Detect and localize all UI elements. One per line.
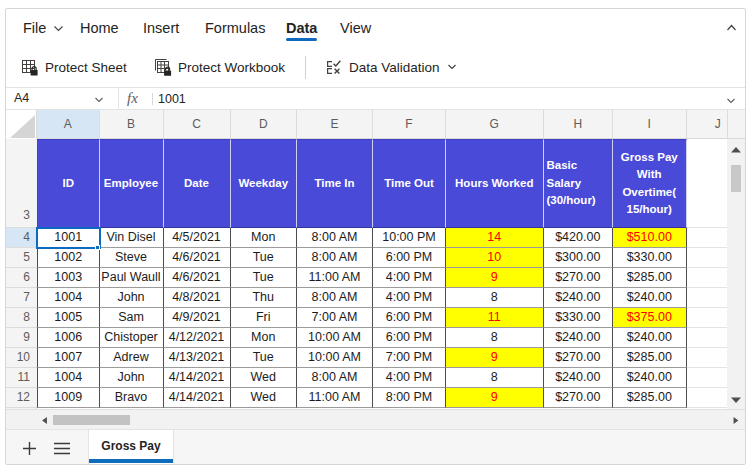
row-header-3[interactable]: 3 xyxy=(6,139,37,228)
column-header-H[interactable]: H xyxy=(544,110,614,138)
cell-H12[interactable]: $270.00 xyxy=(544,388,614,408)
row-header-6[interactable]: 6 xyxy=(6,268,37,288)
column-header-A[interactable]: A xyxy=(37,110,100,138)
column-header-D[interactable]: D xyxy=(231,110,298,138)
cell-I5[interactable]: $330.00 xyxy=(613,248,687,268)
menu-view[interactable]: View xyxy=(340,9,371,47)
horizontal-scroll-thumb[interactable] xyxy=(53,415,130,425)
row-header-9[interactable]: 9 xyxy=(6,328,37,348)
menu-file[interactable]: File xyxy=(23,9,64,47)
row-header-10[interactable]: 10 xyxy=(6,348,37,368)
cell-J8[interactable] xyxy=(687,308,727,328)
cell-C6[interactable]: 4/6/2021 xyxy=(164,268,231,288)
formula-input[interactable]: 1001 xyxy=(158,92,186,106)
column-header-G[interactable]: G xyxy=(446,110,544,138)
row-header-11[interactable]: 11 xyxy=(6,368,37,388)
fill-handle[interactable] xyxy=(95,245,100,250)
cell-J12[interactable] xyxy=(687,388,727,408)
column-header-C[interactable]: C xyxy=(164,110,231,138)
cell-F9[interactable]: 6:00 PM xyxy=(373,328,446,348)
cell-A12[interactable]: 1009 xyxy=(37,388,100,408)
column-header-B[interactable]: B xyxy=(100,110,164,138)
cell-J7[interactable] xyxy=(687,288,727,308)
fx-icon[interactable]: fx xyxy=(127,90,138,107)
cell-G7[interactable]: 8 xyxy=(446,288,544,308)
cell-J9[interactable] xyxy=(687,328,727,348)
cell-D6[interactable]: Tue xyxy=(231,268,298,288)
cell-A4[interactable]: 1001 xyxy=(37,228,100,248)
data-validation-button[interactable]: Data Validation xyxy=(325,53,457,81)
cell-F6[interactable]: 4:00 PM xyxy=(373,268,446,288)
cell-D5[interactable]: Tue xyxy=(231,248,298,268)
protect-sheet-button[interactable]: Protect Sheet xyxy=(22,53,127,81)
cell-G11[interactable]: 8 xyxy=(446,368,544,388)
expand-formula-bar-icon[interactable] xyxy=(726,96,736,106)
cell-E5[interactable]: 8:00 AM xyxy=(297,248,373,268)
cell-C5[interactable]: 4/6/2021 xyxy=(164,248,231,268)
cell-E7[interactable]: 8:00 AM xyxy=(297,288,373,308)
cell-H6[interactable]: $270.00 xyxy=(544,268,614,288)
name-box-chevron-icon[interactable] xyxy=(94,95,104,105)
cell-I11[interactable]: $240.00 xyxy=(613,368,687,388)
cell-B7[interactable]: John xyxy=(100,288,164,308)
cell-E6[interactable]: 11:00 AM xyxy=(297,268,373,288)
cell-J3[interactable] xyxy=(687,139,727,228)
cell-A5[interactable]: 1002 xyxy=(37,248,100,268)
table-header-basic-salary-30-hour-[interactable]: Basic Salary (30/hour) xyxy=(544,139,614,228)
cell-F10[interactable]: 7:00 PM xyxy=(373,348,446,368)
cell-J10[interactable] xyxy=(687,348,727,368)
table-header-time-out[interactable]: Time Out xyxy=(373,139,446,228)
menu-formulas[interactable]: Formulas xyxy=(205,9,265,47)
cell-B6[interactable]: Paul Waull xyxy=(100,268,164,288)
cell-D12[interactable]: Wed xyxy=(231,388,298,408)
column-header-J[interactable]: J xyxy=(687,110,727,138)
row-header-8[interactable]: 8 xyxy=(6,308,37,328)
vertical-scroll-thumb[interactable] xyxy=(731,165,741,192)
protect-workbook-button[interactable]: Protect Workbook xyxy=(155,53,285,81)
cell-F8[interactable]: 6:00 PM xyxy=(373,308,446,328)
cell-E9[interactable]: 10:00 AM xyxy=(297,328,373,348)
cell-A7[interactable]: 1004 xyxy=(37,288,100,308)
cell-F11[interactable]: 4:00 PM xyxy=(373,368,446,388)
cell-G4[interactable]: 14 xyxy=(446,228,544,248)
cell-F4[interactable]: 10:00 PM xyxy=(373,228,446,248)
menu-data[interactable]: Data xyxy=(286,9,317,47)
cell-A9[interactable]: 1006 xyxy=(37,328,100,348)
scroll-left-icon[interactable] xyxy=(42,417,48,424)
table-header-date[interactable]: Date xyxy=(164,139,231,228)
table-header-hours-worked[interactable]: Hours Worked xyxy=(446,139,544,228)
cell-J11[interactable] xyxy=(687,368,727,388)
row-header-5[interactable]: 5 xyxy=(6,248,37,268)
collapse-ribbon-icon[interactable] xyxy=(726,23,737,33)
scroll-right-icon[interactable] xyxy=(733,417,739,424)
menu-home[interactable]: Home xyxy=(80,9,119,47)
cell-C7[interactable]: 4/8/2021 xyxy=(164,288,231,308)
cell-E12[interactable]: 11:00 AM xyxy=(297,388,373,408)
cell-G10[interactable]: 9 xyxy=(446,348,544,368)
cell-C10[interactable]: 4/13/2021 xyxy=(164,348,231,368)
cell-G9[interactable]: 8 xyxy=(446,328,544,348)
cell-H5[interactable]: $300.00 xyxy=(544,248,614,268)
cell-B10[interactable]: Adrew xyxy=(100,348,164,368)
cell-F5[interactable]: 6:00 PM xyxy=(373,248,446,268)
cell-E4[interactable]: 8:00 AM xyxy=(297,228,373,248)
cell-J5[interactable] xyxy=(687,248,727,268)
add-sheet-button[interactable] xyxy=(16,435,43,461)
cell-H11[interactable]: $240.00 xyxy=(544,368,614,388)
cell-F7[interactable]: 4:00 PM xyxy=(373,288,446,308)
scroll-up-icon[interactable] xyxy=(731,147,741,153)
cell-J6[interactable] xyxy=(687,268,727,288)
cell-D7[interactable]: Thu xyxy=(231,288,298,308)
menu-insert[interactable]: Insert xyxy=(143,9,179,47)
cell-B4[interactable]: Vin Disel xyxy=(100,228,164,248)
column-header-E[interactable]: E xyxy=(297,110,373,138)
cell-A6[interactable]: 1003 xyxy=(37,268,100,288)
cell-D8[interactable]: Fri xyxy=(231,308,298,328)
cell-J4[interactable] xyxy=(687,228,727,248)
table-header-employee[interactable]: Employee xyxy=(100,139,164,228)
cell-C9[interactable]: 4/12/2021 xyxy=(164,328,231,348)
cell-D11[interactable]: Wed xyxy=(231,368,298,388)
table-header-time-in[interactable]: Time In xyxy=(297,139,373,228)
cell-B8[interactable]: Sam xyxy=(100,308,164,328)
table-header-weekday[interactable]: Weekday xyxy=(231,139,298,228)
